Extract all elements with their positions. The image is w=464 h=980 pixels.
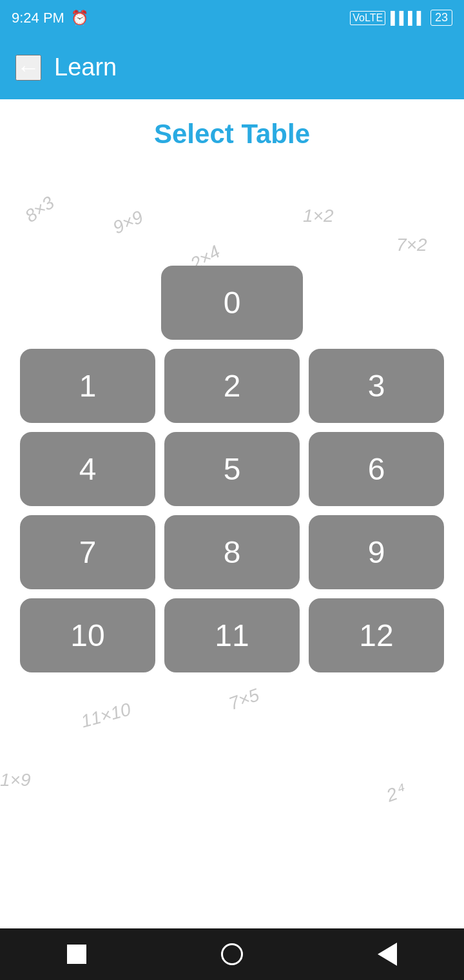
button-8[interactable]: 8	[164, 515, 300, 589]
battery-icon: 23	[430, 10, 452, 26]
status-bar: 9:24 PM ⏰ VoLTE ▌▌▌▌ 23	[0, 0, 464, 35]
top-bar: ← Learn	[0, 35, 464, 99]
watermark-text: 8×3	[21, 192, 58, 226]
button-6[interactable]: 6	[309, 432, 444, 506]
top-bar-title: Learn	[54, 54, 117, 81]
button-9[interactable]: 9	[309, 515, 444, 589]
status-left: 9:24 PM ⏰	[12, 10, 88, 26]
nav-home-button[interactable]	[221, 943, 243, 965]
button-4[interactable]: 4	[20, 432, 155, 506]
grid-row-4: 10 11 12	[20, 598, 444, 672]
button-11[interactable]: 11	[164, 598, 300, 672]
button-7[interactable]: 7	[20, 515, 155, 589]
home-icon	[221, 943, 243, 965]
button-0[interactable]: 0	[161, 266, 303, 340]
button-1[interactable]: 1	[20, 349, 155, 423]
select-table-heading: Select Table	[0, 99, 464, 162]
bottom-nav	[0, 928, 464, 980]
button-10[interactable]: 10	[20, 598, 155, 672]
main-content: 8×39×91×22×47×24×81×511×107×51×92⁴ Selec…	[0, 99, 464, 928]
grid-row-2: 4 5 6	[20, 432, 444, 506]
lte-icon: VoLTE	[350, 11, 385, 25]
grid-row-1: 1 2 3	[20, 349, 444, 423]
watermark-text: 1×2	[303, 206, 334, 226]
watermark-text: 9×9	[110, 206, 146, 238]
button-2[interactable]: 2	[164, 349, 300, 423]
button-3[interactable]: 3	[309, 349, 444, 423]
button-5[interactable]: 5	[164, 432, 300, 506]
nav-recent-button[interactable]	[67, 945, 86, 964]
watermark-text: 7×2	[396, 235, 427, 255]
alarm-icon: ⏰	[71, 10, 88, 26]
recent-icon	[67, 945, 86, 964]
back-nav-icon	[378, 943, 397, 966]
number-grid: 0 1 2 3 4 5 6 7 8 9 10 11 12	[0, 266, 464, 672]
watermark-text: 7×5	[226, 685, 262, 714]
watermark-text: 2⁴	[383, 780, 407, 806]
nav-back-button[interactable]	[378, 943, 397, 966]
button-12[interactable]: 12	[309, 598, 444, 672]
grid-row-0: 0	[161, 266, 303, 340]
watermark-text: 11×10	[79, 699, 133, 732]
status-right: VoLTE ▌▌▌▌ 23	[350, 10, 452, 26]
back-button[interactable]: ←	[15, 55, 41, 81]
signal-icon: ▌▌▌▌	[391, 11, 425, 25]
status-time: 9:24 PM	[12, 10, 64, 26]
grid-row-3: 7 8 9	[20, 515, 444, 589]
watermark-text: 1×9	[0, 770, 31, 790]
